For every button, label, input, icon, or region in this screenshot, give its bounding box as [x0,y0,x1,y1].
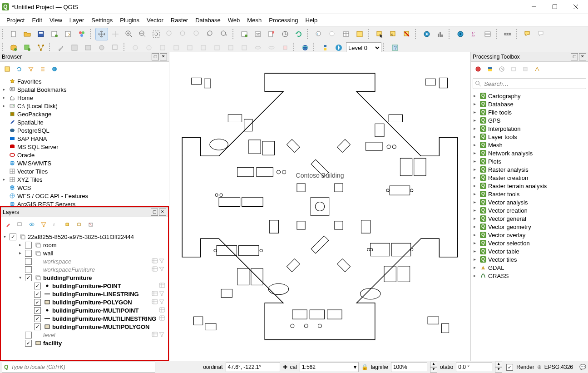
chevron-right-icon[interactable] [1,119,6,125]
refresh-button[interactable] [292,28,305,40]
render-cb[interactable] [506,364,513,371]
panel-float-button[interactable]: ▢ [571,53,578,60]
layer-visibility-checkbox[interactable] [25,258,32,265]
toolbar-handle[interactable] [313,43,317,53]
browser-filter-icon[interactable] [25,64,36,75]
chevron-right-icon[interactable] [1,79,6,84]
zoom-full-button[interactable] [150,28,163,40]
chevron-right-icon[interactable]: ▸ [472,183,477,189]
browser-item[interactable]: ▸Spatial Bookmarks [0,85,169,94]
toolbar-handle[interactable] [49,43,53,53]
expand-icon[interactable] [17,259,23,264]
expand-icon[interactable]: ▸ [17,242,23,248]
menu-help[interactable]: Help [301,16,321,25]
browser-collapse-icon[interactable] [37,64,48,75]
processing-history-icon[interactable] [496,64,507,75]
layer-item[interactable]: buildingFurniture-LINESTRING [1,290,168,298]
processing-search[interactable] [473,78,586,89]
chevron-right-icon[interactable]: ▸ [472,175,477,180]
layer-visibility-checkbox[interactable] [34,315,41,322]
minimize-button[interactable] [524,0,544,14]
zoom-in-button[interactable] [123,28,135,40]
chevron-right-icon[interactable]: ▸ [1,103,6,109]
chevron-right-icon[interactable]: ▸ [472,118,477,123]
field-calc-button[interactable] [353,28,366,40]
chevron-right-icon[interactable] [1,201,6,206]
processing-group[interactable]: ▸QVector selection [471,239,588,247]
expand-icon[interactable] [17,332,23,338]
browser-item[interactable]: Favorites [0,77,169,85]
browser-add-icon[interactable] [2,64,13,75]
chevron-right-icon[interactable]: ▸ [472,199,477,205]
new-print-layout-button[interactable] [48,28,61,40]
zoom-out-button[interactable] [136,28,149,40]
processing-group[interactable]: ▸QVector table [471,247,588,255]
chevron-right-icon[interactable]: ▸ [472,167,477,172]
menu-view[interactable]: View [46,16,66,25]
zoom-next-button[interactable] [218,28,231,40]
panel-close-button[interactable]: ✕ [159,209,166,216]
toolbar-handle[interactable] [449,29,452,39]
chevron-right-icon[interactable] [1,185,6,190]
processing-group[interactable]: ▸QNetwork analysis [471,149,588,157]
processing-python-icon[interactable] [484,64,495,75]
processing-group[interactable]: ▸QCartography [471,92,588,100]
processing-group[interactable]: ▸QRaster creation [471,174,588,182]
processing-group[interactable]: ▸QDatabase [471,100,588,108]
menu-edit[interactable]: Edit [28,16,45,25]
menu-project[interactable]: Project [3,16,28,25]
chevron-right-icon[interactable]: ▸ [1,95,6,100]
layers-tree[interactable]: ▾22af8255-8520-a975-3825-b31f3ff22444▸ro… [1,232,168,360]
open-table-button[interactable] [340,28,352,40]
layer-item[interactable]: workspaceFurniture [1,265,168,274]
chevron-right-icon[interactable]: ▸ [472,142,477,148]
layer-item[interactable]: buildingFurniture-MULTILINESTRING [1,314,168,323]
processing-tree[interactable]: ▸QCartography▸QDatabase▸QFile tools▸QGPS… [471,91,588,361]
rot-field[interactable]: 0.0 ° [456,362,492,372]
expand-icon[interactable]: ▸ [17,250,23,256]
panel-close-button[interactable]: ✕ [160,53,167,60]
panel-close-button[interactable]: ✕ [579,53,586,60]
menu-layer[interactable]: Layer [66,16,88,25]
layer-visibility-checkbox[interactable] [25,332,32,338]
browser-tree[interactable]: Favorites▸Spatial Bookmarks▸Home▸C:\ (Lo… [0,76,169,206]
layer-visibility-checkbox[interactable] [25,242,32,249]
processing-group[interactable]: ▸QRaster terrain analysis [471,182,588,190]
layer-item[interactable]: ▸room [1,241,168,249]
chevron-right-icon[interactable]: ▸ [472,101,477,107]
layer-item[interactable]: buildingFurniture-POLYGON [1,298,168,306]
crs-label[interactable]: EPSG:4326 [544,364,573,370]
chevron-right-icon[interactable]: ▸ [472,134,477,139]
chevron-right-icon[interactable] [1,152,6,158]
expand-icon[interactable] [26,299,32,305]
browser-item[interactable]: PostgreSQL [0,126,169,134]
layer-visibility-checkbox[interactable] [10,234,16,240]
processing-model-icon[interactable] [473,64,484,75]
zoom-selection-button[interactable] [163,28,176,40]
processing-group[interactable]: ▸QVector tiles [471,255,588,264]
toolbar-handle[interactable] [307,29,311,39]
temporal-button[interactable] [279,28,292,40]
processing-search-input[interactable] [483,80,584,88]
layers-style-icon[interactable] [3,219,14,230]
browser-item[interactable]: Oracle [0,151,169,159]
toolbar-handle[interactable] [383,43,387,53]
processing-group[interactable]: ▸QGPS [471,116,588,124]
browser-panel-header[interactable]: Browser ▢ ✕ [0,52,169,62]
coord-target-icon[interactable]: ✚ [283,364,287,370]
locator-input[interactable] [10,363,153,371]
chevron-right-icon[interactable] [1,144,6,149]
panel-float-button[interactable]: ▢ [152,53,159,60]
layer-group-root[interactable]: ▾22af8255-8520-a975-3825-b31f3ff22444 [1,233,168,241]
processing-group[interactable]: ▸QVector general [471,214,588,223]
identify-button[interactable]: i [312,28,325,40]
chevron-right-icon[interactable]: ▸ [1,177,6,182]
toolbar-handle[interactable] [2,29,5,39]
layer-item[interactable]: facility [1,339,168,347]
chevron-right-icon[interactable]: ▸ [472,93,477,99]
new-3d-view-button[interactable]: 3D [252,28,264,40]
browser-item[interactable]: ▸XYZ Tiles [0,175,169,184]
menu-settings[interactable]: Settings [88,16,116,25]
expand-icon[interactable] [26,283,32,288]
layers-visibility-icon[interactable] [26,219,37,230]
